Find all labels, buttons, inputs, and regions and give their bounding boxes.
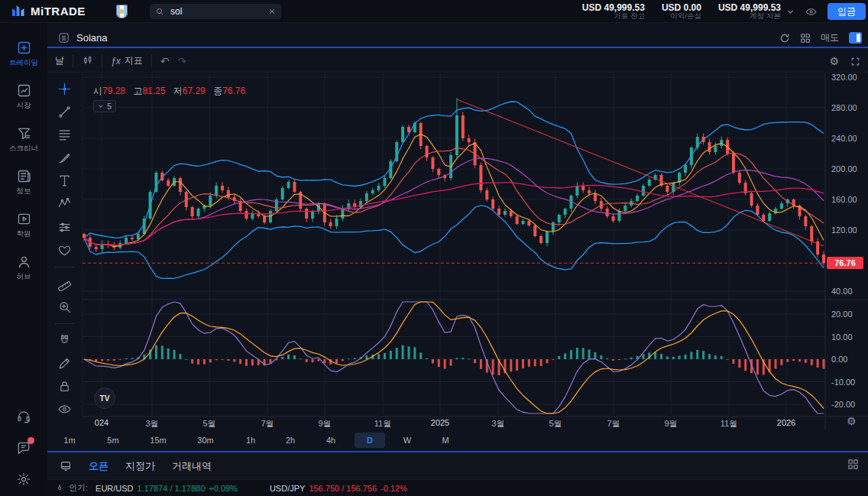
nav-academy-icon: [16, 211, 32, 227]
undo-icon[interactable]: ↶: [160, 55, 170, 67]
indicator-collapse-chip[interactable]: 5: [93, 100, 116, 112]
time-tick: 11월: [721, 418, 737, 430]
search-box[interactable]: [150, 4, 281, 19]
time-tick: 3월: [491, 418, 504, 430]
headset-icon[interactable]: [16, 409, 31, 424]
bottom-tabs: 오픈 지정가 거래내역: [47, 452, 868, 480]
text-tool-icon[interactable]: [57, 173, 72, 188]
hide-drawings-eye-icon[interactable]: [57, 402, 72, 417]
search-input[interactable]: [169, 5, 264, 18]
notification-dot: [28, 437, 34, 444]
timeframe-W[interactable]: W: [392, 433, 423, 448]
time-tick: 7월: [607, 418, 620, 430]
mitrade-logo-icon: [11, 3, 26, 18]
sidebar-item-academy[interactable]: 학원: [0, 211, 47, 239]
macd-tick: -10.00: [831, 378, 855, 387]
interval-button[interactable]: 날: [55, 54, 64, 67]
popular-label: 인기:: [69, 482, 88, 494]
sidebar-item-screener[interactable]: 스크리너: [0, 125, 47, 154]
price-tick: 200.00: [831, 164, 857, 173]
deposit-button[interactable]: 입금: [828, 3, 866, 20]
time-tick: 5월: [549, 418, 562, 430]
time-tick: 2025: [431, 418, 449, 427]
symbol-header: Solana 매도: [47, 28, 868, 48]
time-tick: 2026: [777, 418, 795, 427]
timeframe-4h[interactable]: 4h: [316, 433, 346, 448]
timeframe-15m[interactable]: 15m: [143, 433, 173, 448]
zoom-in-icon[interactable]: [57, 300, 72, 314]
nav-market-icon: [16, 83, 32, 99]
tab-open-positions[interactable]: 오픈: [89, 459, 108, 473]
macd-tick: -20.00: [831, 400, 855, 409]
timeframe-1h[interactable]: 1h: [235, 433, 266, 448]
topbar: MiTRADE USD 49,999.53 가용 잔고 USD 0.00 이익/…: [0, 0, 868, 23]
fullscreen-icon[interactable]: [850, 57, 860, 66]
pattern-icon[interactable]: [57, 196, 72, 211]
timeframe-1m[interactable]: 1m: [54, 433, 85, 448]
refresh-icon[interactable]: [779, 33, 790, 44]
indicators-button[interactable]: ƒx 지표: [111, 54, 143, 67]
eye-icon[interactable]: [805, 6, 817, 18]
macd-tick: 10.00: [831, 332, 853, 342]
nav-info-icon: [16, 168, 32, 184]
sidebar: 트레이딩시장스크리너정보학원허브: [0, 23, 47, 496]
chart-settings-gear-icon[interactable]: ⚙: [829, 56, 839, 66]
ticker-usdjpy[interactable]: USD/JPY 156.750 / 156.756 -0.12%: [270, 484, 407, 493]
time-tick: 9월: [664, 418, 677, 430]
available-balance: USD 49,999.53 가용 잔고: [582, 3, 645, 21]
sell-button[interactable]: 매도: [821, 31, 839, 44]
time-tick: 9월: [318, 418, 331, 430]
sidebar-item-info[interactable]: 정보: [0, 168, 47, 196]
timeframe-30m[interactable]: 30m: [190, 433, 221, 448]
instrument-icon: [58, 32, 70, 44]
time-tick: 3월: [145, 418, 158, 430]
lock-icon[interactable]: [57, 379, 72, 394]
candlestick-style-icon[interactable]: [82, 55, 93, 66]
account-equity: USD 49,999.53 계정 자본: [718, 3, 781, 21]
chat-icon[interactable]: [16, 440, 31, 455]
timeframe-D[interactable]: D: [355, 433, 385, 448]
fib-icon[interactable]: [57, 128, 72, 142]
price-tick: 320.00: [831, 73, 857, 82]
tab-trade-history[interactable]: 거래내역: [172, 459, 212, 473]
chevron-down-icon[interactable]: [785, 7, 795, 17]
ohlc-legend: 시79.28 고81.25 저67.29 종76.76: [93, 85, 251, 98]
position-icon[interactable]: [57, 219, 72, 234]
price-tick: 120.00: [831, 225, 857, 235]
brush-icon[interactable]: [57, 151, 72, 165]
redo-icon[interactable]: ↷: [177, 55, 186, 67]
mitrade-trading-app: MiTRADE USD 49,999.53 가용 잔고 USD 0.00 이익/…: [0, 0, 868, 496]
tradingview-logo[interactable]: TV: [94, 387, 115, 409]
team-crest-icon: [116, 5, 128, 18]
sidebar-item-market[interactable]: 시장: [0, 83, 47, 111]
axis-settings-gear-icon[interactable]: ⚙: [847, 416, 857, 426]
settings-gear-icon[interactable]: [16, 472, 31, 487]
popular-ticker-bar: 인기: EUR/USD 1.17874 / 1.17880 +0.09% USD…: [47, 480, 868, 496]
time-tick: 024: [95, 418, 108, 427]
timeframe-5m[interactable]: 5m: [98, 433, 128, 448]
ruler-icon[interactable]: [57, 277, 72, 291]
trade-panel-toggle-icon[interactable]: [849, 32, 862, 44]
nav-screener-icon: [16, 125, 32, 141]
sidebar-item-trading[interactable]: 트레이딩: [0, 40, 47, 68]
magnet-icon[interactable]: [57, 333, 72, 348]
layout-grid-icon[interactable]: [800, 33, 811, 44]
last-price-badge: 76.76: [827, 257, 863, 269]
time-tick: 5월: [202, 418, 215, 430]
emoji-heart-icon[interactable]: [57, 243, 72, 258]
close-icon[interactable]: [268, 8, 276, 15]
search-icon: [155, 7, 164, 16]
ticker-eurusd[interactable]: EUR/USD 1.17874 / 1.17880 +0.09%: [96, 484, 238, 493]
crosshair-icon[interactable]: [57, 82, 72, 96]
timeframe-2h[interactable]: 2h: [275, 433, 306, 448]
trendline-icon[interactable]: [57, 105, 72, 119]
sidebar-item-hub[interactable]: 허브: [0, 254, 47, 282]
price-tick: 160.00: [831, 195, 857, 204]
tab-pending-orders[interactable]: 지정가: [125, 459, 155, 473]
positions-monitor-icon: [60, 460, 72, 472]
panel-layout-icon[interactable]: [847, 459, 859, 470]
timeframe-M[interactable]: M: [430, 433, 461, 448]
mitrade-logo[interactable]: MiTRADE: [11, 3, 86, 18]
flame-icon: [55, 483, 64, 494]
draw-pencil-icon[interactable]: [57, 356, 72, 371]
